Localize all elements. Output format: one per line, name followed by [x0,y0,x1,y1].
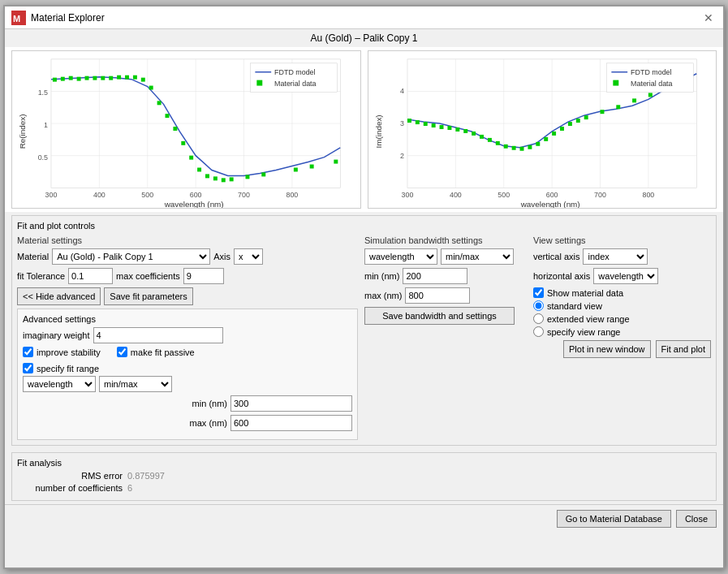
sim-type-select[interactable]: wavelength [364,248,437,265]
svg-rect-35 [245,175,249,179]
imaginary-weight-input[interactable]: 4 [93,327,223,343]
material-settings-header: Material settings [17,235,358,245]
extended-view-radio[interactable] [533,313,544,324]
material-select[interactable]: Au (Gold) - Palik Copy 1 [52,248,210,265]
svg-rect-92 [648,93,652,97]
save-bandwidth-button[interactable]: Save bandwidth and settings [364,307,515,325]
horizontal-axis-select[interactable]: wavelength [593,268,658,284]
close-button[interactable]: Close [676,510,717,528]
hide-advanced-button[interactable]: << Hide advanced [17,287,101,305]
adv-max-label: max (nm) [190,418,227,428]
svg-text:FDTD model: FDTD model [274,68,315,76]
svg-text:Material data: Material data [274,80,316,88]
buttons-row: << Hide advanced Save fit parameters [17,287,358,305]
make-fit-passive-row: make fit passive [117,347,195,357]
svg-rect-28 [181,141,185,145]
svg-rect-90 [616,105,620,109]
specify-view-radio[interactable] [533,326,544,337]
vertical-axis-select[interactable]: index [583,248,648,265]
svg-text:500: 500 [498,191,510,199]
svg-rect-68 [423,122,427,126]
range-type-select[interactable]: wavelength [23,376,96,392]
svg-text:4: 4 [400,87,404,95]
specify-view-row: specify view range [533,326,711,337]
svg-rect-83 [544,137,548,141]
adv-min-input[interactable]: 300 [230,395,352,412]
svg-text:wavelength (nm): wavelength (nm) [164,200,224,208]
simulation-bandwidth-col: Simulation bandwidth settings wavelength… [364,235,527,440]
sim-max-input[interactable]: 800 [405,287,470,304]
standard-view-label: standard view [547,301,602,311]
sim-mode-select[interactable]: min/max [441,248,514,265]
svg-rect-70 [439,125,443,129]
svg-rect-74 [472,132,476,136]
svg-text:600: 600 [545,191,558,199]
title-bar: M Material Explorer ✕ [5,6,723,29]
sim-max-label: max (nm) [364,291,402,300]
fit-analysis-title: Fit analysis [17,458,711,468]
fit-analysis: Fit analysis RMS error 0.875997 number o… [11,452,717,501]
material-settings-col: Material settings Material Au (Gold) - P… [17,235,358,440]
save-fit-button[interactable]: Save fit parameters [104,287,192,305]
svg-rect-86 [567,122,571,126]
svg-rect-23 [141,78,145,82]
make-fit-passive-checkbox[interactable] [117,347,127,357]
svg-text:500: 500 [141,191,153,199]
svg-text:400: 400 [449,191,461,199]
improve-stability-checkbox[interactable] [23,347,33,357]
title-bar-title: Material Explorer [31,12,105,24]
svg-rect-73 [463,129,467,133]
show-material-data-row: Show material data [533,287,711,298]
plot-new-window-button[interactable]: Plot in new window [563,340,651,358]
vertical-axis-row: vertical axis index [533,248,711,265]
sim-min-row: min (nm) 200 [364,268,527,284]
svg-rect-13 [61,77,65,81]
svg-rect-67 [415,120,419,124]
fit-tolerance-input[interactable]: 0.1 [68,268,113,284]
svg-text:2: 2 [400,152,404,160]
svg-rect-79 [511,146,515,150]
goto-material-db-button[interactable]: Go to Material Database [557,510,671,528]
vertical-axis-label: vertical axis [533,252,579,261]
svg-rect-26 [166,114,170,118]
tolerance-row: fit Tolerance 0.1 max coefficients 9 [17,268,358,284]
adv-min-row: min (nm) 300 [23,395,352,412]
window-subtitle: Au (Gold) – Palik Copy 1 [5,29,723,47]
show-material-data-checkbox[interactable] [533,287,544,298]
range-mode-select[interactable]: min/max [99,376,172,392]
title-bar-left: M Material Explorer [11,11,105,25]
adv-max-row: max (nm) 600 [23,415,352,431]
svg-text:1: 1 [44,121,48,129]
adv-min-label: min (nm) [192,399,227,408]
bottom-bar: Go to Material Database Close [5,504,723,533]
svg-rect-24 [149,86,153,90]
left-chart-svg: Re(index) 0.5 1 1.5 300 400 500 600 700 … [12,51,360,208]
controls-grid: Material settings Material Au (Gold) - P… [17,235,711,440]
close-window-button[interactable]: ✕ [700,9,717,27]
svg-rect-109 [613,80,618,86]
num-coefficients-row: number of coefficients 6 [17,483,711,493]
svg-rect-33 [222,178,226,182]
extended-view-label: extended view range [547,314,630,324]
svg-text:700: 700 [238,191,250,199]
horizontal-axis-label: horizontal axis [533,271,590,281]
horizontal-axis-row: horizontal axis wavelength [533,268,711,284]
num-coefficients-value: 6 [127,483,132,493]
max-coefficients-input[interactable]: 9 [183,268,224,284]
svg-rect-38 [310,165,314,169]
svg-rect-78 [503,145,507,149]
svg-rect-37 [294,168,298,172]
svg-text:3: 3 [400,119,404,127]
specify-fit-range-checkbox[interactable] [23,363,33,373]
sim-min-input[interactable]: 200 [403,268,467,284]
charts-row: Re(index) 0.5 1 1.5 300 400 500 600 700 … [5,47,723,212]
svg-rect-19 [109,76,113,80]
axis-select[interactable]: x [234,248,263,265]
standard-view-radio[interactable] [533,300,544,311]
adv-max-input[interactable]: 600 [230,415,352,431]
fit-and-plot-button[interactable]: Fit and plot [656,340,711,358]
fit-plot-controls-title: Fit and plot controls [17,221,711,231]
svg-rect-31 [205,174,209,178]
svg-text:wavelength (nm): wavelength (nm) [519,200,579,208]
range-dropdowns-row: wavelength min/max [23,376,352,392]
